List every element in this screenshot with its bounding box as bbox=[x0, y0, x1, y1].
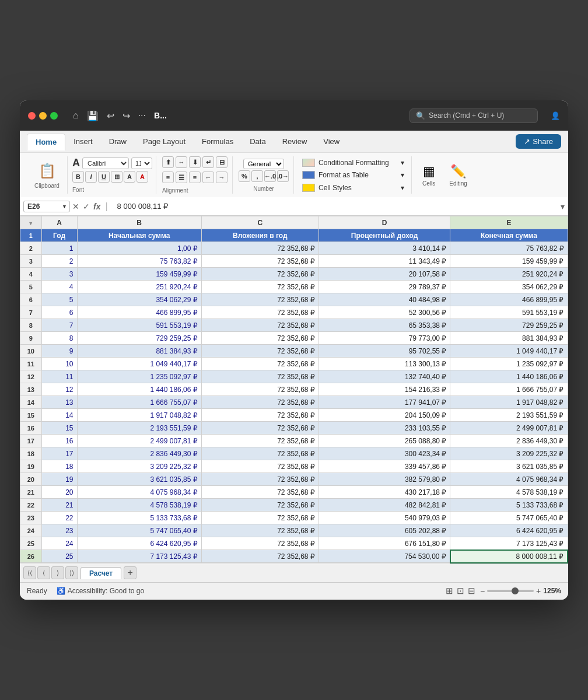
tab-review[interactable]: Review bbox=[274, 134, 316, 149]
cell-a4[interactable]: 3 bbox=[41, 268, 77, 281]
formula-expand-icon[interactable]: ▾ bbox=[561, 202, 565, 211]
cell-e16[interactable]: 2 499 007,81 ₽ bbox=[450, 422, 568, 435]
tab-draw[interactable]: Draw bbox=[101, 134, 135, 149]
font-color-button[interactable]: A bbox=[136, 171, 148, 183]
cell-a26[interactable]: 25 bbox=[41, 550, 77, 563]
font-select[interactable]: Calibri bbox=[82, 158, 129, 169]
cell-e10[interactable]: 1 049 440,17 ₽ bbox=[450, 345, 568, 358]
cell-e12[interactable]: 1 440 186,06 ₽ bbox=[450, 370, 568, 383]
cell-d8[interactable]: 65 353,38 ₽ bbox=[318, 319, 450, 332]
cell-a19[interactable]: 18 bbox=[41, 460, 77, 473]
row-header-18[interactable]: 18 bbox=[20, 447, 42, 460]
tab-home[interactable]: Home bbox=[27, 134, 65, 150]
cell-a25[interactable]: 24 bbox=[41, 537, 77, 550]
cell-a22[interactable]: 21 bbox=[41, 499, 77, 512]
cell-c4[interactable]: 72 352,68 ₽ bbox=[201, 268, 318, 281]
search-bar[interactable]: 🔍 Search (Cmd + Ctrl + U) bbox=[410, 108, 538, 123]
cell-d7[interactable]: 52 300,56 ₽ bbox=[318, 306, 450, 319]
cell-a3[interactable]: 2 bbox=[41, 255, 77, 268]
cell-c20[interactable]: 72 352,68 ₽ bbox=[201, 473, 318, 486]
align-middle-button[interactable]: ↔ bbox=[176, 156, 187, 168]
cell-b23[interactable]: 5 133 733,68 ₽ bbox=[77, 512, 201, 524]
row-header-9[interactable]: 9 bbox=[20, 332, 42, 345]
cell-d11[interactable]: 113 300,13 ₽ bbox=[318, 358, 450, 370]
cell-a7[interactable]: 6 bbox=[41, 306, 77, 319]
row-header-25[interactable]: 25 bbox=[20, 537, 42, 550]
row-header-14[interactable]: 14 bbox=[20, 396, 42, 409]
tab-formulas[interactable]: Formulas bbox=[194, 134, 242, 149]
cell-e7[interactable]: 591 553,19 ₽ bbox=[450, 306, 568, 319]
cell-a24[interactable]: 23 bbox=[41, 524, 77, 537]
cell-c25[interactable]: 72 352,68 ₽ bbox=[201, 537, 318, 550]
format-as-table-button[interactable]: Format as Table ▾ bbox=[300, 170, 407, 180]
cell-e18[interactable]: 3 209 225,32 ₽ bbox=[450, 447, 568, 460]
cell-b22[interactable]: 4 578 538,19 ₽ bbox=[77, 499, 201, 512]
sheet-nav-prev[interactable]: ⟨ bbox=[37, 566, 50, 579]
editing-button[interactable]: ✏️ Editing bbox=[444, 162, 472, 189]
cell-d14[interactable]: 177 941,07 ₽ bbox=[318, 396, 450, 409]
zoom-in-button[interactable]: + bbox=[536, 586, 541, 596]
cell-e25[interactable]: 7 173 125,43 ₽ bbox=[450, 537, 568, 550]
cell-a9[interactable]: 8 bbox=[41, 332, 77, 345]
row-header-10[interactable]: 10 bbox=[20, 345, 42, 358]
cell-c16[interactable]: 72 352,68 ₽ bbox=[201, 422, 318, 435]
cell-c13[interactable]: 72 352,68 ₽ bbox=[201, 383, 318, 396]
border-button[interactable]: ⊞ bbox=[111, 171, 123, 183]
row-header-15[interactable]: 15 bbox=[20, 409, 42, 422]
cell-b10[interactable]: 881 384,93 ₽ bbox=[77, 345, 201, 358]
cell-e5[interactable]: 354 062,29 ₽ bbox=[450, 281, 568, 293]
cell-c26[interactable]: 72 352,68 ₽ bbox=[201, 550, 318, 563]
col-header-e[interactable]: E bbox=[450, 216, 568, 229]
cell-b20[interactable]: 3 621 035,85 ₽ bbox=[77, 473, 201, 486]
more-icon[interactable]: ··· bbox=[138, 110, 146, 121]
cell-b9[interactable]: 729 259,25 ₽ bbox=[77, 332, 201, 345]
tab-insert[interactable]: Insert bbox=[65, 134, 101, 149]
cell-c5[interactable]: 72 352,68 ₽ bbox=[201, 281, 318, 293]
italic-button[interactable]: I bbox=[85, 171, 97, 183]
cell-a12[interactable]: 11 bbox=[41, 370, 77, 383]
cell-d15[interactable]: 204 150,09 ₽ bbox=[318, 409, 450, 422]
align-top-button[interactable]: ⬆ bbox=[162, 156, 174, 168]
cell-c1[interactable]: Вложения в год bbox=[201, 229, 318, 242]
align-center-button[interactable]: ☰ bbox=[176, 172, 187, 183]
sheet-nav-next-next[interactable]: ⟩⟩ bbox=[65, 566, 78, 579]
page-layout-view-icon[interactable]: ⊡ bbox=[457, 586, 464, 596]
cell-e11[interactable]: 1 235 092,97 ₽ bbox=[450, 358, 568, 370]
cell-a20[interactable]: 19 bbox=[41, 473, 77, 486]
align-left-button[interactable]: ≡ bbox=[162, 172, 174, 183]
cell-c15[interactable]: 72 352,68 ₽ bbox=[201, 409, 318, 422]
row-header-8[interactable]: 8 bbox=[20, 319, 42, 332]
cell-b19[interactable]: 3 209 225,32 ₽ bbox=[77, 460, 201, 473]
cell-a6[interactable]: 5 bbox=[41, 293, 77, 306]
cell-a11[interactable]: 10 bbox=[41, 358, 77, 370]
cell-b3[interactable]: 75 763,82 ₽ bbox=[77, 255, 201, 268]
share-button[interactable]: ↗ Share bbox=[516, 134, 561, 149]
cell-d24[interactable]: 605 202,88 ₽ bbox=[318, 524, 450, 537]
row-header-3[interactable]: 3 bbox=[20, 255, 42, 268]
cell-b11[interactable]: 1 049 440,17 ₽ bbox=[77, 358, 201, 370]
cell-c3[interactable]: 72 352,68 ₽ bbox=[201, 255, 318, 268]
cell-d13[interactable]: 154 216,33 ₽ bbox=[318, 383, 450, 396]
cell-d5[interactable]: 29 789,37 ₽ bbox=[318, 281, 450, 293]
underline-button[interactable]: U bbox=[98, 171, 110, 183]
cell-b17[interactable]: 2 499 007,81 ₽ bbox=[77, 435, 201, 447]
cell-c7[interactable]: 72 352,68 ₽ bbox=[201, 306, 318, 319]
row-header-24[interactable]: 24 bbox=[20, 524, 42, 537]
cell-c14[interactable]: 72 352,68 ₽ bbox=[201, 396, 318, 409]
cell-b1[interactable]: Начальная сумма bbox=[77, 229, 201, 242]
increase-decimal-button[interactable]: .0→ bbox=[277, 170, 289, 182]
cell-c6[interactable]: 72 352,68 ₽ bbox=[201, 293, 318, 306]
cell-c24[interactable]: 72 352,68 ₽ bbox=[201, 524, 318, 537]
zoom-slider[interactable] bbox=[487, 590, 534, 592]
cell-c21[interactable]: 72 352,68 ₽ bbox=[201, 486, 318, 499]
cell-c12[interactable]: 72 352,68 ₽ bbox=[201, 370, 318, 383]
cell-e14[interactable]: 1 917 048,82 ₽ bbox=[450, 396, 568, 409]
cell-b16[interactable]: 2 193 551,59 ₽ bbox=[77, 422, 201, 435]
align-bottom-button[interactable]: ⬇ bbox=[189, 156, 201, 168]
formula-cancel-icon[interactable]: ✕ bbox=[72, 202, 79, 211]
tab-view[interactable]: View bbox=[315, 134, 348, 149]
row-header-21[interactable]: 21 bbox=[20, 486, 42, 499]
row-header-17[interactable]: 17 bbox=[20, 435, 42, 447]
font-size-select[interactable]: 11 bbox=[131, 158, 152, 169]
number-format-select[interactable]: General Number Currency Accounting bbox=[243, 159, 284, 169]
